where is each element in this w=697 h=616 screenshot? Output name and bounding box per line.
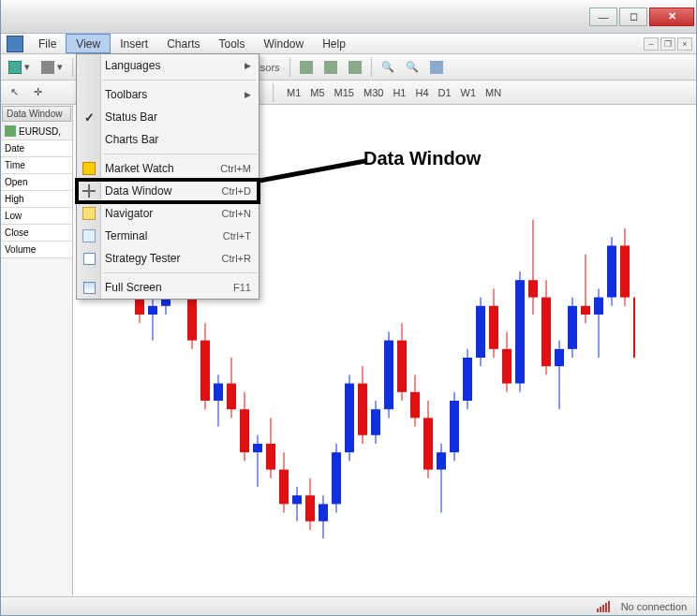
menubar: File View Insert Charts Tools Window Hel… (1, 34, 696, 54)
menu-shortcut: Ctrl+D (222, 185, 251, 197)
menu-tools[interactable]: Tools (210, 34, 255, 53)
data-row-time: Time (1, 157, 72, 174)
menu-help[interactable]: Help (313, 34, 355, 53)
menu-label: Languages (105, 59, 160, 72)
submenu-arrow-icon: ▶ (245, 90, 251, 99)
menu-shortcut: Ctrl+N (222, 208, 251, 219)
menu-label: Data Window (105, 184, 171, 198)
timeframe-m5-button[interactable]: M5 (306, 85, 328, 100)
data-window-panel: Data Window EURUSD, DateTimeOpenHighLowC… (1, 105, 73, 596)
separator (273, 83, 274, 102)
data-row-close: Close (1, 225, 72, 242)
menu-item-charts-bar[interactable]: Charts Bar (77, 128, 259, 151)
data-row-date: Date (1, 140, 72, 157)
status-text: No connection (621, 601, 687, 612)
app-icon (7, 36, 23, 52)
candle-chart-icon (324, 61, 337, 74)
menu-shortcut: Ctrl+M (220, 163, 251, 174)
menu-charts[interactable]: Charts (157, 34, 209, 53)
menu-shortcut: Ctrl+R (222, 253, 251, 264)
data-row-high: High (1, 191, 72, 208)
menu-item-strategy-tester[interactable]: Strategy Tester Ctrl+R (77, 247, 259, 270)
symbol-label: EURUSD, (19, 126, 61, 137)
window-minimize-button[interactable]: — (589, 7, 617, 26)
menu-label: Strategy Tester (105, 252, 180, 265)
navigator-icon (82, 206, 96, 221)
menu-shortcut: F11 (233, 282, 251, 293)
crosshair-icon (82, 183, 96, 198)
menu-item-market-watch[interactable]: Market Watch Ctrl+M (77, 157, 259, 180)
profiles-button[interactable]: ▾ (37, 59, 67, 76)
zoom-in-icon: 🔍 (381, 61, 394, 73)
menu-separator (103, 80, 257, 81)
auto-scroll-button[interactable] (426, 59, 447, 76)
window-close-button[interactable]: ✕ (649, 7, 694, 26)
menu-label: Terminal (105, 229, 147, 242)
data-row-volume: Volume (1, 242, 72, 258)
mdi-minimize-button[interactable]: – (644, 37, 659, 51)
submenu-arrow-icon: ▶ (245, 61, 251, 70)
menu-label: Status Bar (105, 110, 157, 124)
timeframe-w1-button[interactable]: W1 (457, 85, 481, 100)
fullscreen-icon (82, 280, 96, 295)
market-watch-icon (82, 161, 96, 176)
data-row-low: Low (1, 208, 72, 225)
menu-item-terminal[interactable]: Terminal Ctrl+T (77, 225, 259, 247)
menu-item-languages[interactable]: Languages ▶ (77, 54, 259, 77)
terminal-icon (82, 228, 96, 243)
menu-label: Navigator (105, 207, 153, 220)
timeframe-m30-button[interactable]: M30 (360, 85, 387, 100)
menu-item-navigator[interactable]: Navigator Ctrl+N (77, 202, 259, 225)
menu-label: Full Screen (105, 281, 162, 294)
menu-window[interactable]: Window (255, 34, 314, 53)
annotation-label: Data Window (363, 148, 481, 169)
timeframe-h4-button[interactable]: H4 (411, 85, 432, 100)
autoscroll-icon (430, 61, 443, 74)
window-maximize-button[interactable]: ◻ (619, 7, 647, 26)
timeframe-m15-button[interactable]: M15 (331, 85, 358, 100)
separator (371, 58, 372, 77)
view-dropdown: Languages ▶ Toolbars ▶ ✓ Status Bar Char… (76, 53, 260, 300)
menu-file[interactable]: File (29, 34, 66, 53)
zoom-in-button[interactable]: 🔍 (378, 59, 398, 75)
menu-label: Toolbars (105, 88, 147, 101)
statusbar: No connection (1, 596, 696, 615)
menu-separator (103, 272, 257, 273)
bar-chart-icon (300, 61, 313, 74)
menu-view[interactable]: View (66, 34, 111, 53)
menu-item-status-bar[interactable]: ✓ Status Bar (77, 106, 259, 128)
menu-insert[interactable]: Insert (111, 34, 157, 53)
mdi-close-button[interactable]: × (677, 37, 692, 51)
plus-icon (8, 61, 22, 74)
menu-separator (103, 154, 257, 154)
mdi-restore-button[interactable]: ❐ (660, 37, 675, 51)
crosshair-button[interactable]: ✛ (30, 84, 46, 100)
line-chart-icon (348, 61, 362, 74)
connection-bars-icon (597, 601, 610, 612)
cursor-icon: ↖ (10, 86, 19, 98)
chart-icon (5, 125, 16, 137)
cursor-button[interactable]: ↖ (7, 84, 22, 100)
timeframe-d1-button[interactable]: D1 (435, 85, 455, 100)
menu-item-full-screen[interactable]: Full Screen F11 (77, 276, 259, 299)
menu-item-data-window[interactable]: Data Window Ctrl+D (77, 180, 259, 202)
check-icon: ✓ (82, 110, 96, 125)
timeframe-m1-button[interactable]: M1 (283, 85, 304, 100)
timeframe-mn-button[interactable]: MN (482, 85, 505, 100)
profiles-icon (41, 61, 54, 74)
data-window-tab[interactable]: Data Window (2, 106, 71, 122)
chart-type-candle-button[interactable] (320, 59, 341, 76)
crosshair-icon: ✛ (34, 86, 42, 98)
timeframe-h1-button[interactable]: H1 (389, 85, 409, 100)
chart-type-line-button[interactable] (345, 59, 365, 76)
new-chart-button[interactable]: ▾ (5, 59, 34, 76)
zoom-out-button[interactable]: 🔍 (402, 59, 423, 75)
menu-label: Charts Bar (105, 133, 158, 146)
data-row-open: Open (1, 174, 72, 191)
separator (72, 58, 73, 77)
menu-item-toolbars[interactable]: Toolbars ▶ (77, 83, 259, 106)
magnifier-icon (82, 251, 96, 266)
window-titlebar: — ◻ ✕ (1, 0, 696, 34)
chart-type-bar-button[interactable] (296, 59, 317, 76)
menu-shortcut: Ctrl+T (223, 230, 251, 242)
